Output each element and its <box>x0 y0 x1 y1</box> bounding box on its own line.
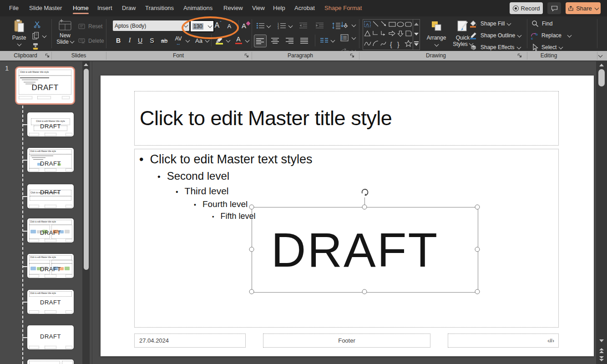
increase-font-size-button[interactable]: Aˆ <box>212 20 224 31</box>
previous-slide-icon[interactable] <box>599 351 604 353</box>
thumbnail-scrollbar-thumb[interactable] <box>84 69 89 270</box>
align-center-button[interactable] <box>269 35 281 46</box>
resize-handle-s[interactable] <box>362 289 367 294</box>
draft-textbox[interactable]: DRAFT <box>252 207 478 293</box>
thumbnail-layout-title-only[interactable]: Click to edit Master title style DRAFT <box>27 290 74 314</box>
gallery-more-icon[interactable] <box>414 43 419 46</box>
tab-draw[interactable]: Draw <box>122 0 136 16</box>
thumbnail-scrollbar-track[interactable] <box>82 61 90 364</box>
new-slide-button[interactable]: New Slide <box>54 19 76 45</box>
comments-button[interactable] <box>547 2 561 14</box>
tab-file[interactable]: File <box>9 0 19 16</box>
bullets-button[interactable] <box>255 21 266 30</box>
clipboard-dialog-launcher-icon[interactable] <box>45 53 50 58</box>
shape-effects-button[interactable]: Shape Effects <box>470 43 527 52</box>
paragraph-dialog-launcher-icon[interactable] <box>349 53 355 58</box>
tab-animations[interactable]: Animations <box>183 0 212 16</box>
next-slide-icon[interactable] <box>599 356 604 359</box>
decrease-indent-button[interactable] <box>298 21 309 30</box>
columns-chevron-icon[interactable] <box>331 38 335 43</box>
paste-button[interactable]: Paste <box>8 19 30 46</box>
shape-outline-button[interactable]: Shape Outline <box>470 31 527 40</box>
character-spacing-button[interactable]: AV ↔ <box>172 34 185 46</box>
main-scroll-up-icon[interactable] <box>599 64 604 66</box>
tab-transitions[interactable]: Transitions <box>145 0 174 16</box>
bold-button[interactable]: B <box>114 35 123 46</box>
numbering-chevron-icon[interactable] <box>288 24 293 28</box>
change-case-chevron-icon[interactable] <box>205 38 210 43</box>
tab-slide-master[interactable]: Slide Master <box>29 0 62 16</box>
gallery-scroll-down-icon[interactable] <box>414 33 419 35</box>
resize-handle-n[interactable] <box>362 205 367 210</box>
cut-button[interactable] <box>32 20 42 29</box>
previous-slide-icon[interactable] <box>599 348 604 350</box>
decrease-font-size-button[interactable]: Aˇ <box>225 21 236 31</box>
gallery-scroll-up-icon[interactable] <box>414 23 419 25</box>
resize-handle-nw[interactable] <box>249 205 254 210</box>
tab-review[interactable]: Review <box>223 0 243 16</box>
resize-handle-se[interactable] <box>475 289 480 294</box>
text-direction-chevron-icon[interactable] <box>352 23 356 27</box>
font-size-combo[interactable]: 130 <box>190 20 214 32</box>
copy-chevron-icon[interactable] <box>42 34 47 38</box>
columns-button[interactable] <box>319 35 329 46</box>
title-placeholder[interactable]: Click to edit Master title style <box>134 91 559 146</box>
tab-view[interactable]: View <box>252 0 265 16</box>
resize-handle-w[interactable] <box>249 247 254 252</box>
font-dialog-launcher-icon[interactable] <box>244 53 249 58</box>
resize-handle-e[interactable] <box>475 247 480 252</box>
date-placeholder[interactable]: 27.04.2024 <box>134 334 246 348</box>
collapse-ribbon-icon[interactable] <box>598 53 603 58</box>
align-left-button[interactable] <box>254 35 267 47</box>
slide-number-placeholder[interactable]: ‹#› <box>448 334 559 348</box>
tab-help[interactable]: Help <box>273 0 285 16</box>
highlight-chevron-icon[interactable] <box>226 38 231 43</box>
main-scroll-down-icon[interactable] <box>599 339 604 342</box>
next-slide-icon[interactable] <box>599 359 604 361</box>
justify-button[interactable] <box>298 35 310 46</box>
thumbnail-layout-title-content[interactable]: Click to edit Master title style DRAFT <box>27 148 74 172</box>
share-button[interactable]: Share <box>566 2 601 14</box>
thumbnail-layout-partial[interactable] <box>27 359 74 364</box>
numbering-button[interactable]: 123 <box>276 21 288 30</box>
font-color-chevron-icon[interactable] <box>245 38 250 43</box>
arrange-button[interactable]: Arrange <box>424 20 449 46</box>
underline-button[interactable]: U <box>136 35 145 46</box>
tab-home[interactable]: Home <box>73 0 89 16</box>
thumbnail-layout-section-header[interactable]: Click to edit Master title style DRAFT <box>27 184 74 208</box>
align-right-button[interactable] <box>284 35 296 46</box>
text-shadow-button[interactable]: S <box>147 35 157 46</box>
drawing-dialog-launcher-icon[interactable] <box>517 53 522 58</box>
thumbnail-layout-title-slide[interactable]: Click to edit Master title style DRAFT <box>27 112 74 136</box>
thumbnail-layout-two-content[interactable]: Click to edit Master title style DRAFT <box>27 218 74 243</box>
italic-button[interactable]: I <box>126 35 134 46</box>
increase-indent-button[interactable] <box>314 21 325 30</box>
font-name-combo[interactable]: Aptos (Body) <box>113 20 189 31</box>
resize-handle-ne[interactable] <box>475 205 480 210</box>
tab-acrobat[interactable]: Acrobat <box>294 0 315 16</box>
strikethrough-button[interactable]: ab <box>158 35 170 46</box>
shape-fill-button[interactable]: Shape Fill <box>470 19 525 28</box>
bullets-chevron-icon[interactable] <box>267 24 271 28</box>
align-text-chevron-icon[interactable] <box>352 35 356 40</box>
clear-formatting-button[interactable]: A <box>240 20 251 31</box>
tab-shape-format[interactable]: Shape Format <box>324 0 362 16</box>
record-button[interactable]: Record <box>510 2 543 14</box>
replace-button[interactable]: bc Replace <box>530 31 576 40</box>
font-color-button[interactable]: A <box>233 34 244 46</box>
thumbnail-layout-comparison[interactable]: Click to edit Master title style DRAFT <box>27 254 74 278</box>
delete-button[interactable]: Delete <box>78 36 119 46</box>
thumbnail-slide-master[interactable]: Click to edit Master title style DRAFT <box>15 66 75 105</box>
change-case-button[interactable]: Aa <box>193 35 205 46</box>
find-button[interactable]: Find <box>531 19 568 28</box>
copy-button[interactable] <box>31 31 40 40</box>
select-button[interactable]: Select <box>531 43 572 52</box>
tab-insert[interactable]: Insert <box>97 0 112 16</box>
main-scrollbar-track[interactable] <box>596 61 607 364</box>
thumbnail-layout-blank[interactable]: DRAFT <box>27 325 74 349</box>
format-painter-button[interactable] <box>31 42 40 51</box>
align-text-button[interactable] <box>339 33 350 43</box>
highlight-color-button[interactable] <box>214 34 225 46</box>
text-direction-button[interactable]: A <box>339 20 350 30</box>
thumbnail-scroll-up-icon[interactable] <box>84 63 88 66</box>
